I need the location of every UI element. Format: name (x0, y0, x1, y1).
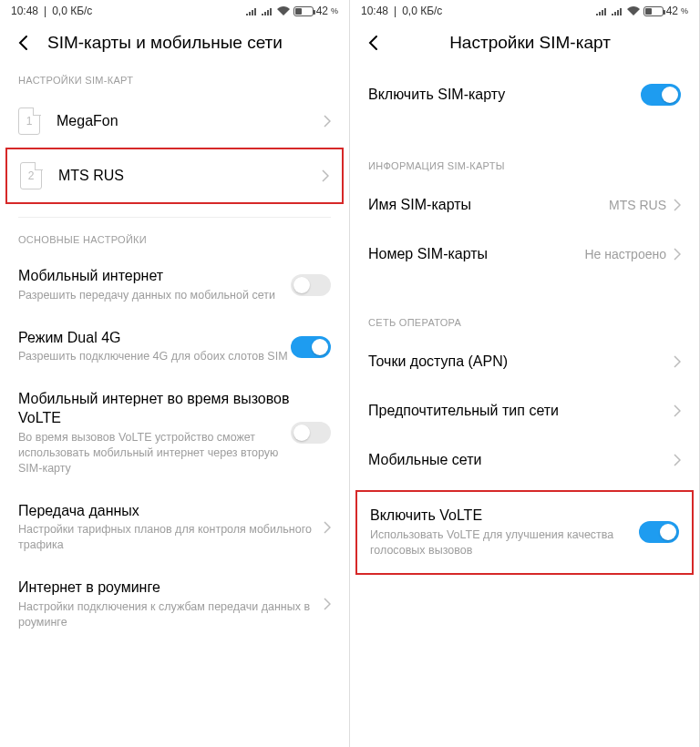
sim-number-value: Не настроено (584, 247, 666, 261)
sim1-row[interactable]: 1 MegaFon (0, 95, 349, 148)
back-icon[interactable] (365, 34, 383, 52)
data-transfer-sub: Настройки тарифных планов для контроля м… (18, 522, 324, 553)
chevron-right-icon (322, 169, 329, 182)
mobile-internet-toggle[interactable] (291, 274, 331, 296)
chevron-right-icon (674, 404, 681, 417)
section-sim-settings: НАСТРОЙКИ SIM-КАРТ (0, 67, 349, 95)
chevron-right-icon (674, 199, 681, 211)
enable-sim-label: Включить SIM-карту (368, 86, 641, 105)
sim-number-row[interactable]: Номер SIM-карты Не настроено (350, 230, 699, 279)
chevron-right-icon (674, 248, 681, 261)
sim-name-value: MTS RUS (609, 198, 666, 212)
sim1-label: MegaFon (57, 112, 324, 131)
mobile-networks-label: Мобильные сети (368, 451, 674, 470)
back-icon[interactable] (15, 34, 33, 52)
signal-icon (596, 6, 608, 15)
page-title: SIM-карты и мобильные сети (47, 33, 283, 53)
data-transfer-label: Передача данных (18, 502, 324, 521)
status-speed: 0,0 КБ/с (52, 5, 92, 17)
battery-indicator: 42% (643, 5, 688, 17)
page-title: Настройки SIM-карт (397, 33, 663, 53)
sim-icon: 2 (20, 162, 42, 189)
volte-call-toggle[interactable] (291, 422, 331, 444)
sim2-label: MTS RUS (58, 167, 322, 186)
sim-icon: 1 (18, 107, 40, 135)
chevron-right-icon (324, 598, 331, 610)
wifi-icon (277, 6, 290, 15)
volte-call-label: Мобильный интернет во время вызовов VoLT… (18, 390, 291, 428)
section-operator: СЕТЬ ОПЕРАТОРА (350, 301, 699, 337)
sim2-row[interactable]: 2 MTS RUS (7, 149, 342, 202)
signal-icon (246, 6, 258, 15)
sim-name-row[interactable]: Имя SIM-карты MTS RUS (350, 180, 699, 230)
volte-sub: Использовать VoLTE для улучшения качеств… (370, 527, 639, 558)
apn-row[interactable]: Точки доступа (APN) (350, 337, 699, 386)
status-bar: 10:48 | 0,0 КБ/с 42% (0, 0, 349, 22)
status-time: 10:48 (11, 5, 38, 17)
roaming-row[interactable]: Интернет в роуминге Настройки подключени… (0, 566, 349, 643)
chevron-right-icon (324, 115, 331, 128)
volte-call-sub: Во время вызовов VoLTE устройство сможет… (18, 430, 291, 476)
chevron-right-icon (324, 521, 331, 534)
sim2-row-highlight: 2 MTS RUS (5, 148, 344, 204)
sim-number-label: Номер SIM-карты (368, 245, 584, 264)
roaming-label: Интернет в роуминге (18, 578, 324, 598)
mobile-internet-sub: Разрешить передачу данных по мобильной с… (18, 288, 291, 303)
header: Настройки SIM-карт (350, 22, 699, 67)
volte-call-internet-row[interactable]: Мобильный интернет во время вызовов VoLT… (0, 377, 349, 488)
header: SIM-карты и мобильные сети (0, 22, 349, 67)
status-bar: 10:48 | 0,0 КБ/с 42% (350, 0, 699, 22)
roaming-sub: Настройки подключения к службам передачи… (18, 599, 324, 630)
wifi-icon (627, 6, 640, 15)
battery-indicator: 42% (293, 5, 338, 17)
apn-label: Точки доступа (APN) (368, 353, 674, 372)
status-speed: 0,0 КБ/с (402, 5, 442, 17)
status-time: 10:48 (361, 5, 388, 17)
mobile-internet-row[interactable]: Мобильный интернет Разрешить передачу да… (0, 254, 349, 316)
section-main-settings: ОСНОВНЫЕ НАСТРОЙКИ (0, 218, 349, 254)
chevron-right-icon (674, 454, 681, 466)
volte-row-highlight: Включить VoLTE Использовать VoLTE для ул… (355, 490, 694, 575)
dual-4g-toggle[interactable] (291, 336, 331, 358)
enable-volte-row[interactable]: Включить VoLTE Использовать VoLTE для ул… (357, 492, 692, 573)
chevron-right-icon (674, 355, 681, 368)
sim-name-label: Имя SIM-карты (368, 196, 609, 215)
dual-4g-label: Режим Dual 4G (18, 329, 291, 348)
network-type-row[interactable]: Предпочтительный тип сети (350, 386, 699, 435)
network-type-label: Предпочтительный тип сети (368, 402, 674, 421)
signal-icon (262, 6, 273, 15)
enable-sim-toggle[interactable] (641, 84, 681, 106)
mobile-networks-row[interactable]: Мобильные сети (350, 435, 699, 485)
mobile-internet-label: Мобильный интернет (18, 267, 291, 286)
volte-label: Включить VoLTE (370, 507, 639, 526)
volte-toggle[interactable] (639, 521, 679, 543)
dual-4g-row[interactable]: Режим Dual 4G Разрешить подключение 4G д… (0, 316, 349, 378)
dual-4g-sub: Разрешить подключение 4G для обоих слото… (18, 349, 291, 364)
section-sim-info: ИНФОРМАЦИЯ SIM-КАРТЫ (350, 144, 699, 180)
data-transfer-row[interactable]: Передача данных Настройки тарифных плано… (0, 489, 349, 567)
signal-icon (612, 6, 623, 15)
enable-sim-row[interactable]: Включить SIM-карту (350, 67, 699, 122)
